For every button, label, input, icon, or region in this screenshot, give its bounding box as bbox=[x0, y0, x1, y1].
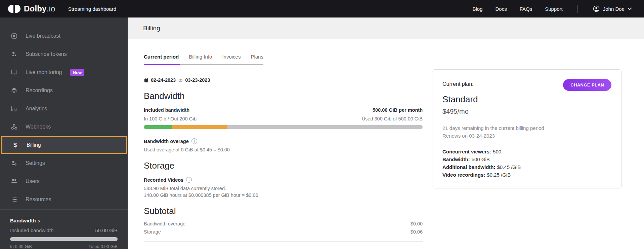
tab-current-period[interactable]: Current period bbox=[144, 54, 179, 60]
bandwidth-progressbar bbox=[144, 125, 423, 129]
sidebar-item-live-monitoring[interactable]: Live monitoring New bbox=[0, 63, 128, 81]
sidebar-item-resources[interactable]: Resources bbox=[0, 190, 128, 209]
sidebar-nav: Live broadcast Subscribe tokens Live mon… bbox=[0, 17, 128, 209]
sidebar-item-label: Analytics bbox=[26, 106, 47, 112]
storage-total-line: 543.90 MiB total data currently stored. bbox=[144, 186, 423, 191]
dolby-logo[interactable]: Dolby.io bbox=[8, 4, 55, 13]
plan-price: $495/mo bbox=[442, 108, 611, 115]
plan-name: Standard bbox=[442, 94, 611, 105]
nav-link-docs[interactable]: Docs bbox=[496, 6, 507, 12]
sidebar-item-users[interactable]: Users bbox=[0, 172, 128, 190]
sidebar-item-subscribe-tokens[interactable]: Subscribe tokens bbox=[0, 45, 128, 63]
main-area: Billing Current period Billing Info Invo… bbox=[128, 17, 644, 249]
sidebar-item-label: Live broadcast bbox=[26, 33, 60, 39]
included-bandwidth-label: Included bandwidth bbox=[144, 107, 189, 113]
current-plan-card: Current plan: CHANGE PLAN Standard $495/… bbox=[432, 69, 622, 188]
sidebar-item-label: Users bbox=[26, 178, 40, 184]
brand-text: Dolby.io bbox=[24, 4, 55, 13]
subtotal-row-label: Storage bbox=[144, 229, 161, 235]
monitor-icon bbox=[10, 68, 18, 76]
header-divider bbox=[577, 5, 578, 13]
plan-detail-value: $0.45 /GiB bbox=[497, 164, 521, 170]
new-badge: New bbox=[70, 69, 85, 76]
plan-detail-value: $0.25 /GiB bbox=[487, 172, 511, 178]
storage-heading: Storage bbox=[144, 161, 423, 171]
subtotal-row: Storage $0.06 bbox=[144, 229, 423, 235]
sidebar-item-label: Webhooks bbox=[26, 124, 51, 130]
change-plan-button[interactable]: CHANGE PLAN bbox=[563, 79, 611, 91]
period-start-date: 02-24-2023 bbox=[151, 77, 176, 83]
tab-invoices[interactable]: Invoices bbox=[222, 54, 241, 60]
sidebar-item-live-broadcast[interactable]: Live broadcast bbox=[0, 27, 128, 45]
chevron-down-icon bbox=[628, 7, 632, 10]
info-icon[interactable]: i bbox=[186, 177, 192, 183]
usage-included-label: Included bandwidth bbox=[10, 227, 53, 233]
info-icon[interactable]: i bbox=[191, 138, 197, 144]
usage-included-value: 50.00 GiB bbox=[95, 227, 118, 233]
storage-cost-line: 148.00 GiB hours at $0.000385 per GiB ho… bbox=[144, 192, 423, 198]
bandwidth-progress-in-segment bbox=[144, 125, 172, 129]
dollar-icon: $ bbox=[11, 141, 19, 149]
top-header: Dolby.io Streaming dashboard Blog Docs F… bbox=[0, 0, 644, 17]
period-end-date: 03-23-2023 bbox=[185, 77, 210, 83]
plan-detail-label: Video recordings: bbox=[442, 172, 485, 178]
subtotal-row: Bandwidth overage $0.00 bbox=[144, 221, 423, 226]
sidebar-usage-panel: Bandwidth › Included bandwidth 50.00 GiB… bbox=[0, 209, 128, 249]
sidebar-item-label: Recordings bbox=[26, 87, 53, 94]
webhooks-icon bbox=[10, 123, 18, 131]
page-titlebar: Billing bbox=[128, 17, 644, 39]
bandwidth-progress-out-segment bbox=[172, 125, 227, 129]
tab-plans[interactable]: Plans bbox=[251, 54, 263, 60]
sidebar-item-analytics[interactable]: Analytics bbox=[0, 100, 128, 118]
recorded-videos-label: Recorded Videos bbox=[144, 177, 183, 183]
billing-summary-column: 02-24-2023 to 03-23-2023 Bandwidth Inclu… bbox=[144, 65, 423, 249]
chevron-right-icon: › bbox=[38, 219, 40, 223]
billing-period: 02-24-2023 to 03-23-2023 bbox=[144, 77, 423, 83]
sidebar-item-billing[interactable]: $ Billing bbox=[1, 136, 127, 154]
nav-link-blog[interactable]: Blog bbox=[473, 6, 483, 12]
tab-billing-info[interactable]: Billing Info bbox=[189, 54, 212, 60]
users-icon bbox=[10, 177, 18, 185]
included-bandwidth-value: 500.00 GiB per month bbox=[373, 107, 423, 113]
subtotal-row-value: $0.06 bbox=[411, 229, 423, 235]
bandwidth-heading: Bandwidth bbox=[144, 91, 423, 101]
calendar-icon bbox=[144, 78, 149, 83]
period-separator: to bbox=[178, 77, 182, 83]
sidebar-bandwidth-link[interactable]: Bandwidth › bbox=[10, 218, 118, 223]
sidebar-item-label: Settings bbox=[26, 160, 45, 166]
sidebar-item-label: Live monitoring bbox=[26, 69, 62, 75]
header-nav: Blog Docs FAQs Support John Doe bbox=[473, 5, 632, 13]
bar-chart-icon bbox=[10, 105, 18, 113]
bandwidth-overage-label: Bandwidth overage bbox=[144, 139, 189, 144]
sidebar-item-recordings[interactable]: Recordings bbox=[0, 81, 128, 100]
user-name: John Doe bbox=[603, 6, 625, 12]
sidebar-item-label: Subscribe tokens bbox=[26, 51, 67, 57]
nav-link-faqs[interactable]: FAQs bbox=[520, 6, 532, 12]
sidebar-bandwidth-progressbar bbox=[10, 237, 118, 241]
usage-title-label: Bandwidth bbox=[10, 218, 36, 223]
broadcast-icon bbox=[10, 32, 18, 40]
list-icon bbox=[10, 195, 18, 204]
plan-detail-row: Concurrent viewers:500 bbox=[442, 148, 611, 155]
user-menu[interactable]: John Doe bbox=[593, 5, 632, 12]
usage-footer-left: In 0.00 GiB bbox=[10, 244, 32, 249]
plan-detail-row: Additional bandwidth:$0.45 /GiB bbox=[442, 163, 611, 171]
sidebar-item-webhooks[interactable]: Webhooks bbox=[0, 118, 128, 136]
plan-detail-label: Additional bandwidth: bbox=[442, 164, 495, 170]
product-name: Streaming dashboard bbox=[68, 6, 116, 12]
sidebar-item-label: Resources bbox=[26, 197, 51, 203]
nav-link-support[interactable]: Support bbox=[545, 6, 563, 12]
app-window: Dolby.io Streaming dashboard Blog Docs F… bbox=[0, 0, 644, 249]
bandwidth-overage-detail: Used overage of 0 GiB at $0.45 = $0.00 bbox=[144, 147, 423, 152]
settings-icon bbox=[10, 159, 18, 167]
plan-detail-value: 500 GiB bbox=[472, 156, 490, 162]
bandwidth-used: Used 300 Gib of 500.00 GiB bbox=[362, 116, 423, 121]
billing-tabs: Current period Billing Info Invoices Pla… bbox=[144, 54, 263, 65]
plan-detail-row: Video recordings:$0.25 /GiB bbox=[442, 171, 611, 179]
sidebar-item-settings[interactable]: Settings bbox=[0, 154, 128, 172]
subtotal-heading: Subtotal bbox=[144, 206, 423, 216]
current-plan-label: Current plan: bbox=[442, 79, 474, 87]
subtotal-row-label: Bandwidth overage bbox=[144, 221, 185, 226]
sidebar: Live broadcast Subscribe tokens Live mon… bbox=[0, 17, 128, 249]
subtotal-row-value: $0.00 bbox=[411, 221, 423, 226]
